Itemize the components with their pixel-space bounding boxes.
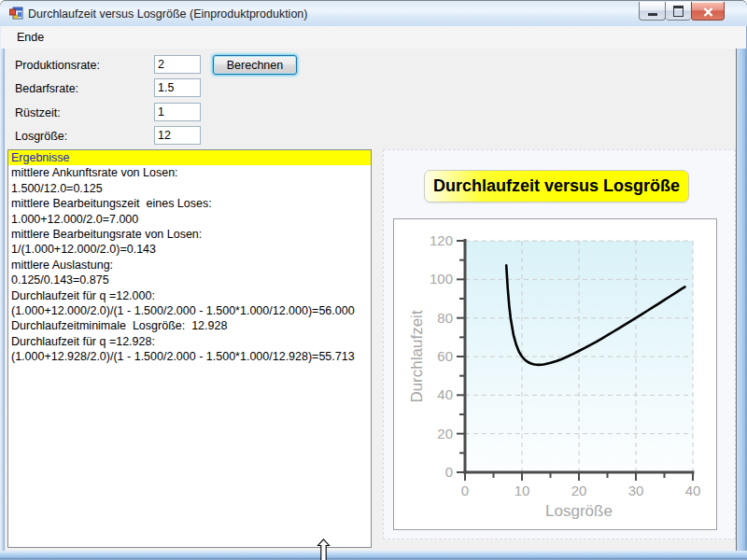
menu-item-ende[interactable]: Ende [8, 27, 52, 48]
result-list-item[interactable]: Durchlaufzeitminimale Losgröße: 12.928 [8, 318, 371, 333]
result-list-item[interactable]: Durchlaufzeit für q =12.928: [8, 334, 371, 349]
window-border-bottom [0, 551, 747, 560]
svg-text:0: 0 [461, 483, 469, 498]
close-button[interactable] [691, 2, 725, 21]
produktionsrate-label: Produktionsrate: [15, 59, 100, 72]
svg-text:30: 30 [628, 483, 644, 498]
maximize-button[interactable] [666, 2, 691, 21]
svg-text:0: 0 [445, 464, 453, 480]
svg-text:120: 120 [430, 232, 453, 248]
result-list-item[interactable]: mittlere Bearbeitungszeit eines Loses: [8, 196, 371, 211]
chart-container: 010203040020406080100120LosgrößeDurchlau… [393, 218, 717, 530]
close-icon [703, 7, 713, 17]
chart-title-badge: Durchlaufzeit versus Losgröße [424, 170, 689, 203]
result-list-item[interactable]: 1.500/12.0=0.125 [8, 181, 371, 196]
title-bar: Durchlaufzeit versus Losgröße (Einproduk… [0, 0, 747, 27]
result-list-item[interactable]: (1.000+12.928/2.0)/(1 - 1.500/2.000 - 1.… [8, 349, 371, 364]
result-list-item[interactable]: 1.000+12.000/2.0=7.000 [8, 212, 371, 227]
results-header-item[interactable]: Ergebnisse [8, 150, 371, 165]
maximize-icon [673, 6, 684, 17]
svg-text:100: 100 [430, 271, 453, 287]
result-list-item[interactable]: 1/(1.000+12.000/2.0)=0.143 [8, 242, 371, 257]
result-list-item[interactable]: (1.000+12.000/2.0)/(1 - 1.500/2.000 - 1.… [8, 303, 371, 318]
app-icon [8, 7, 23, 21]
svg-text:Durchlaufzeit: Durchlaufzeit [408, 310, 426, 402]
produktionsrate-input[interactable] [154, 55, 201, 74]
svg-text:Losgröße: Losgröße [545, 502, 613, 520]
durchlaufzeit-chart: 010203040020406080100120LosgrößeDurchlau… [394, 219, 716, 529]
results-items: mittlere Ankunftsrate von Losen:1.500/12… [8, 165, 371, 364]
result-list-item[interactable]: mittlere Ankunftsrate von Losen: [8, 165, 371, 180]
chart-title: Durchlaufzeit versus Losgröße [433, 176, 680, 196]
result-list-item[interactable]: 0.125/0.143=0.875 [8, 273, 371, 287]
svg-text:40: 40 [437, 386, 453, 402]
result-list-item[interactable]: mittlere Bearbeitungsrate von Losen: [8, 227, 371, 242]
losgroesse-label: Losgröße: [15, 130, 67, 143]
berechnen-button[interactable]: Berechnen [213, 55, 297, 75]
window-border-right [736, 26, 747, 551]
svg-text:20: 20 [437, 426, 453, 441]
results-listbox[interactable]: Ergebnisse mittlere Ankunftsrate von Los… [7, 149, 372, 548]
bedarfsrate-input[interactable] [154, 78, 201, 97]
menu-bar: Ende [1, 26, 746, 49]
bedarfsrate-label: Bedarfsrate: [15, 82, 78, 95]
svg-text:80: 80 [437, 310, 453, 326]
ruestzeit-input[interactable] [154, 103, 201, 121]
minimize-icon [648, 13, 657, 16]
svg-text:40: 40 [685, 483, 701, 498]
app-window: Durchlaufzeit versus Losgröße (Einproduk… [0, 0, 747, 560]
result-list-item[interactable]: mittlere Auslastung: [8, 258, 371, 273]
svg-text:10: 10 [514, 483, 530, 498]
window-title: Durchlaufzeit versus Losgröße (Einproduk… [28, 7, 307, 21]
svg-text:60: 60 [437, 348, 453, 364]
window-controls [639, 2, 725, 21]
ruestzeit-label: Rüstzeit: [15, 106, 61, 119]
window-border-left [0, 26, 5, 551]
chart-panel: Durchlaufzeit versus Losgröße 0102030400… [383, 149, 736, 539]
minimize-button[interactable] [639, 2, 666, 21]
losgroesse-input[interactable] [154, 126, 201, 145]
svg-text:20: 20 [571, 483, 587, 498]
result-list-item[interactable]: Durchlaufzeit für q =12.000: [8, 288, 371, 303]
mouse-cursor-up-arrow [317, 539, 331, 560]
